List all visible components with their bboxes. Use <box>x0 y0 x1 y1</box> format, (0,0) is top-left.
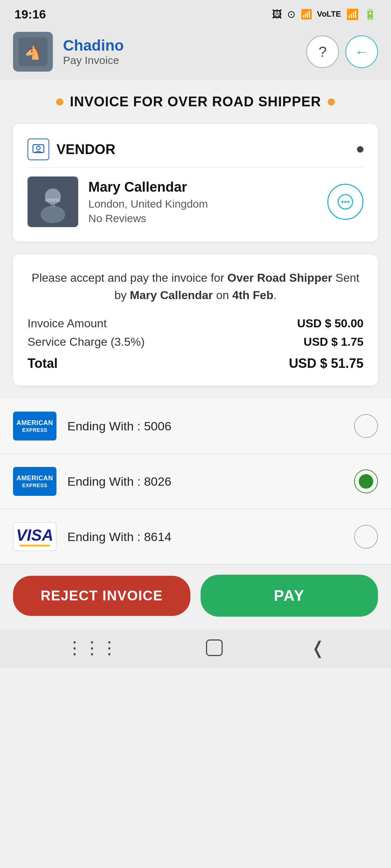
chat-button[interactable] <box>327 184 363 220</box>
payment-section: AMERICAN EXPRESS Ending With : 5006 AMER… <box>0 399 391 564</box>
volte-icon: VoLTE <box>317 9 341 19</box>
invoice-amount-value: USD $ 50.00 <box>297 317 363 330</box>
vendor-details: Mary Callendar London, United Kingdom No… <box>88 179 317 225</box>
svg-point-3 <box>37 146 40 150</box>
back-icon: ← <box>354 44 369 60</box>
wifi-icon: 📶 <box>300 9 312 20</box>
svg-text:🐴: 🐴 <box>25 45 41 60</box>
radio-5006[interactable] <box>354 414 378 438</box>
svg-text:HORSE: HORSE <box>45 198 61 203</box>
header-title-block: Chadino Pay Invoice <box>63 37 296 67</box>
battery-icon: 🔋 <box>364 8 377 20</box>
navigation-bar: ⋮⋮⋮ ❬ <box>0 630 391 668</box>
header-actions: ? ← <box>306 35 378 68</box>
vendor-header-left: VENDOR <box>28 139 115 160</box>
svg-point-10 <box>341 201 344 203</box>
payment-label-5006: Ending With : 5006 <box>67 419 343 433</box>
help-button[interactable]: ? <box>306 35 339 68</box>
home-icon <box>206 639 223 656</box>
payment-method-amex-8026[interactable]: AMERICAN EXPRESS Ending With : 8026 <box>0 454 391 509</box>
service-charge-value: USD $ 1.75 <box>304 335 363 349</box>
status-bar: 19:16 🖼 ⊙ 📶 VoLTE 📶 🔋 <box>0 0 391 25</box>
bottom-action-bar: REJECT INVOICE PAY <box>0 564 391 630</box>
vendor-reviews: No Reviews <box>88 212 317 225</box>
svg-point-12 <box>347 201 349 203</box>
menu-icon: ⋮⋮⋮ <box>66 638 118 658</box>
vendor-info-row: HORSE TX Mary Callendar London, United K… <box>28 176 363 227</box>
desc-sender: Mary Callendar <box>130 289 213 302</box>
signal-icon: 📶 <box>346 8 359 20</box>
app-logo: 🐴 <box>13 32 53 72</box>
desc-end: . <box>273 289 277 302</box>
radio-8026[interactable] <box>354 469 378 493</box>
invoice-amount-row: Invoice Amount USD $ 50.00 <box>28 317 363 330</box>
status-time: 19:16 <box>14 7 46 21</box>
status-icons: 🖼 ⊙ 📶 VoLTE 📶 🔋 <box>272 8 377 20</box>
nav-home-button[interactable] <box>206 639 223 656</box>
dot-right <box>328 98 335 106</box>
invoice-amount-label: Invoice Amount <box>28 317 107 330</box>
vendor-dot <box>357 146 363 153</box>
dot-left <box>56 98 63 106</box>
desc-date-pre: on <box>213 289 232 302</box>
amex-logo-8026: AMERICAN EXPRESS <box>13 467 56 496</box>
camera-icon: 🖼 <box>272 8 282 20</box>
page-subtitle: Pay Invoice <box>63 54 296 67</box>
vendor-label: VENDOR <box>56 142 115 157</box>
back-nav-icon: ❬ <box>311 638 325 658</box>
nav-menu-button[interactable]: ⋮⋮⋮ <box>66 638 118 658</box>
question-icon: ? <box>319 44 327 60</box>
vendor-location: London, United Kingdom <box>88 198 317 210</box>
svg-point-11 <box>344 201 346 203</box>
service-charge-row: Service Charge (3.5%) USD $ 1.75 <box>28 335 363 349</box>
payment-label-8026: Ending With : 8026 <box>67 475 343 489</box>
vendor-header: VENDOR <box>28 139 363 168</box>
app-header: 🐴 Chadino Pay Invoice ? ← <box>0 25 391 80</box>
radio-8614[interactable] <box>354 525 378 549</box>
payment-method-amex-5006[interactable]: AMERICAN EXPRESS Ending With : 5006 <box>0 399 391 454</box>
vendor-name: Mary Callendar <box>88 179 317 195</box>
desc-service: Over Road Shipper <box>227 271 332 284</box>
visa-logo-8614: VISA <box>13 522 56 551</box>
radio-inner-8026 <box>359 474 373 489</box>
total-label: Total <box>28 356 58 371</box>
payment-method-visa-8614[interactable]: VISA Ending With : 8614 <box>0 509 391 564</box>
svg-point-6 <box>41 206 65 223</box>
record-icon: ⊙ <box>287 8 295 20</box>
payment-label-8614: Ending With : 8614 <box>67 530 343 544</box>
nav-back-button[interactable]: ❬ <box>311 638 325 658</box>
vendor-avatar: HORSE TX <box>28 176 78 227</box>
service-charge-label: Service Charge (3.5%) <box>28 335 145 349</box>
invoice-title-row: INVOICE FOR OVER ROAD SHIPPER <box>13 94 378 110</box>
svg-text:TX: TX <box>51 204 55 208</box>
main-content: INVOICE FOR OVER ROAD SHIPPER VENDOR <box>0 80 391 386</box>
pay-button[interactable]: PAY <box>201 575 378 617</box>
app-name: Chadino <box>63 37 296 54</box>
total-value: USD $ 51.75 <box>289 356 363 371</box>
invoice-title: INVOICE FOR OVER ROAD SHIPPER <box>70 94 321 110</box>
vendor-icon <box>28 139 49 160</box>
invoice-detail-card: Please accept and pay the invoice for Ov… <box>13 255 378 386</box>
desc-date: 4th Feb <box>232 289 273 302</box>
reject-invoice-button[interactable]: REJECT INVOICE <box>13 576 190 616</box>
invoice-description: Please accept and pay the invoice for Ov… <box>28 269 363 304</box>
total-row: Total USD $ 51.75 <box>28 356 363 371</box>
amex-logo-5006: AMERICAN EXPRESS <box>13 412 56 441</box>
invoice-amounts: Invoice Amount USD $ 50.00 Service Charg… <box>28 317 363 371</box>
back-button[interactable]: ← <box>345 35 378 68</box>
desc-intro: Please accept and pay the invoice for <box>31 271 227 284</box>
vendor-card: VENDOR HORSE TX Mary Callendar London, U… <box>13 124 378 242</box>
